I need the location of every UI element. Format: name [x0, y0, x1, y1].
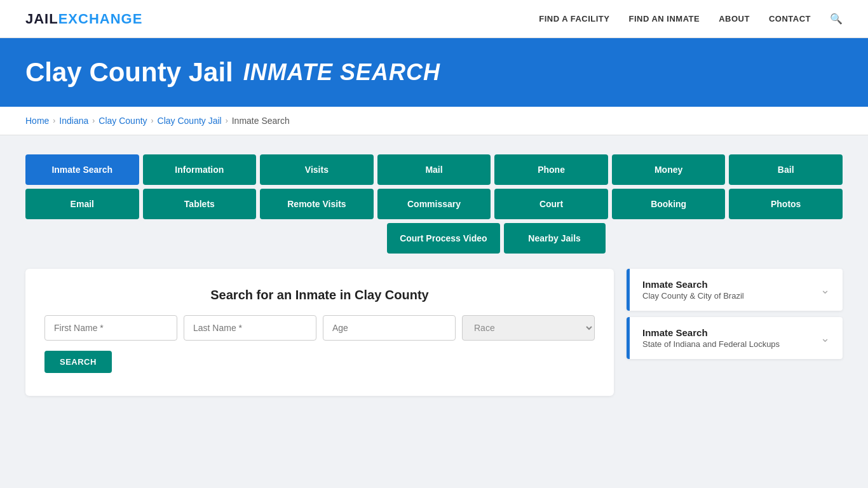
breadcrumb-inmate-search: Inmate Search — [232, 116, 290, 126]
search-form-title: Search for an Inmate in Clay County — [44, 288, 595, 302]
logo-jail: JAIL — [25, 11, 58, 27]
tab-mail[interactable]: Mail — [377, 154, 491, 185]
logo-exchange: EXCHANGE — [58, 11, 143, 27]
tab-inmate-search[interactable]: Inmate Search — [25, 154, 139, 185]
hero-title-main: Clay County Jail — [25, 57, 233, 88]
chevron-down-icon-2: ⌄ — [820, 331, 830, 345]
sidebar: Inmate Search Clay County & City of Braz… — [627, 269, 843, 365]
age-input[interactable] — [323, 315, 456, 341]
breadcrumb-sep-3: › — [151, 116, 154, 125]
sidebar-card-sub-2: State of Indiana and Federal Lockups — [642, 339, 780, 349]
chevron-down-icon-1: ⌄ — [820, 283, 830, 297]
sidebar-card-sub-1: Clay County & City of Brazil — [642, 291, 744, 301]
sidebar-card-indiana[interactable]: Inmate Search State of Indiana and Feder… — [627, 317, 843, 359]
tab-bail[interactable]: Bail — [729, 154, 843, 185]
tabs-row3: Court Process Video Nearby Jails — [25, 223, 843, 254]
sidebar-card-clay-county[interactable]: Inmate Search Clay County & City of Braz… — [627, 269, 843, 311]
tab-email[interactable]: Email — [25, 189, 139, 219]
nav-contact[interactable]: CONTACT — [769, 14, 811, 24]
search-icon[interactable]: 🔍 — [830, 13, 843, 25]
breadcrumb-indiana[interactable]: Indiana — [59, 116, 88, 126]
search-form-card: Search for an Inmate in Clay County Race… — [25, 269, 614, 396]
page-title: Clay County Jail INMATE SEARCH — [25, 57, 843, 88]
nav-about[interactable]: ABOUT — [719, 14, 750, 24]
main-content: Inmate Search Information Visits Mail Ph… — [0, 135, 868, 415]
tab-phone[interactable]: Phone — [494, 154, 608, 185]
breadcrumb-home[interactable]: Home — [25, 116, 49, 126]
sidebar-card-title-1: Inmate Search — [642, 279, 744, 290]
logo[interactable]: JAILEXCHANGE — [25, 11, 142, 27]
search-fields: Race White Black Hispanic Asian Other — [44, 315, 595, 341]
content-area: Search for an Inmate in Clay County Race… — [25, 269, 843, 396]
nav-find-facility[interactable]: FIND A FACILITY — [539, 14, 609, 24]
tab-court[interactable]: Court — [494, 189, 608, 219]
breadcrumb-clay-county-jail[interactable]: Clay County Jail — [158, 116, 222, 126]
sidebar-card-text-2: Inmate Search State of Indiana and Feder… — [642, 327, 780, 349]
tab-visits[interactable]: Visits — [260, 154, 374, 185]
breadcrumb: Home › Indiana › Clay County › Clay Coun… — [25, 116, 843, 126]
tab-nearby-jails[interactable]: Nearby Jails — [504, 223, 606, 254]
tab-remote-visits[interactable]: Remote Visits — [260, 189, 374, 219]
breadcrumb-sep-2: › — [92, 116, 95, 125]
tab-court-process-video[interactable]: Court Process Video — [387, 223, 499, 254]
race-select[interactable]: Race White Black Hispanic Asian Other — [462, 315, 595, 341]
tab-booking[interactable]: Booking — [612, 189, 726, 219]
tab-money[interactable]: Money — [612, 154, 726, 185]
tab-photos[interactable]: Photos — [729, 189, 843, 219]
tabs-row1: Inmate Search Information Visits Mail Ph… — [25, 154, 843, 185]
tab-information[interactable]: Information — [143, 154, 257, 185]
tab-commissary[interactable]: Commissary — [377, 189, 491, 219]
tabs-row2: Email Tablets Remote Visits Commissary C… — [25, 189, 843, 219]
search-button[interactable]: SEARCH — [44, 351, 112, 373]
last-name-input[interactable] — [184, 315, 316, 341]
nav-find-inmate[interactable]: FIND AN INMATE — [628, 14, 700, 24]
breadcrumb-clay-county[interactable]: Clay County — [98, 116, 147, 126]
header: JAILEXCHANGE FIND A FACILITY FIND AN INM… — [0, 0, 868, 38]
hero-banner: Clay County Jail INMATE SEARCH — [0, 38, 868, 107]
breadcrumb-sep-1: › — [53, 116, 55, 125]
tab-tablets[interactable]: Tablets — [143, 189, 257, 219]
sidebar-card-title-2: Inmate Search — [642, 327, 780, 338]
sidebar-card-text-1: Inmate Search Clay County & City of Braz… — [642, 279, 744, 301]
main-nav: FIND A FACILITY FIND AN INMATE ABOUT CON… — [539, 13, 843, 25]
hero-title-sub: INMATE SEARCH — [243, 59, 440, 86]
breadcrumb-bar: Home › Indiana › Clay County › Clay Coun… — [0, 107, 868, 135]
first-name-input[interactable] — [44, 315, 177, 341]
breadcrumb-sep-4: › — [226, 116, 228, 125]
